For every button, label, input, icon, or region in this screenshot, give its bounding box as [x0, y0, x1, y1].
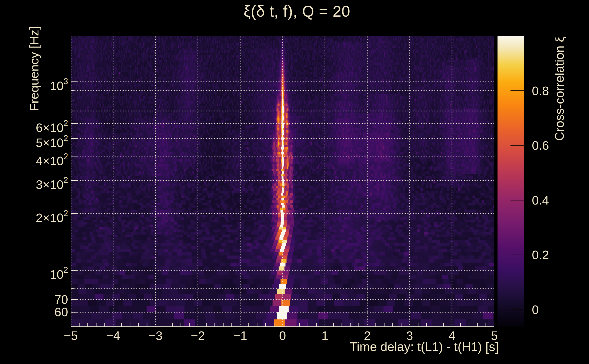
colorbar-tick-label: 0.2: [532, 249, 549, 261]
x-tick-label: −1: [233, 329, 247, 342]
y-tick-label: 60: [0, 305, 68, 318]
x-tick-label: 5: [491, 329, 498, 342]
colorbar-tick-label: 0.8: [532, 85, 549, 97]
x-tick-label: 3: [406, 329, 413, 342]
x-tick-label: −5: [64, 329, 78, 342]
y-tick-label: 4×102: [0, 150, 68, 168]
x-tick-label: −2: [191, 329, 205, 342]
x-tick-label: 2: [364, 329, 371, 342]
y-tick-label: 2×102: [0, 207, 68, 224]
y-axis-label: Frequency [Hz]: [27, 26, 41, 111]
heatmap-canvas: [71, 36, 494, 327]
figure: ξ(δ t, f), Q = 20 Frequency [Hz] Time de…: [0, 0, 589, 364]
x-tick-label: 4: [449, 329, 455, 342]
y-tick-label: 103: [0, 75, 68, 92]
figure-title: ξ(δ t, f), Q = 20: [0, 2, 589, 20]
colorbar-gradient: [497, 36, 524, 327]
x-tick-label: 1: [321, 329, 328, 342]
colorbar-label: Cross-correlation ξ: [552, 37, 567, 141]
x-tick-label: −4: [106, 329, 120, 342]
y-tick-label: 70: [0, 293, 68, 306]
y-tick-label: 102: [0, 263, 68, 281]
x-tick-label: −3: [148, 329, 163, 342]
colorbar-tick-label: 0.6: [532, 139, 549, 151]
colorbar-tick-label: 0: [532, 304, 539, 316]
y-tick-label: 5×102: [0, 132, 68, 149]
x-tick-label: 0: [279, 329, 286, 342]
x-axis-label: Time delay: t(L1) - t(H1) [s]: [350, 339, 499, 354]
colorbar-tick-label: 0.4: [532, 194, 549, 206]
y-tick-label: 3×102: [0, 174, 68, 191]
